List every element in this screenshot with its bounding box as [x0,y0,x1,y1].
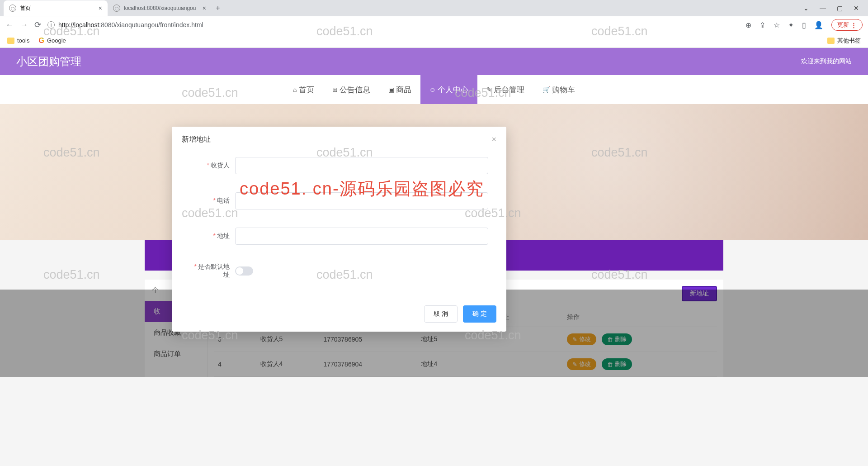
phone-label: *电话 [190,197,235,205]
share-icon[interactable]: ⇪ [760,21,765,29]
url-text: http://localhost:8080/xiaoqutuangou/fron… [58,21,203,29]
chevron-down-icon[interactable]: ⌄ [803,5,809,12]
address-bar: ← → ⟳ i http://localhost:8080/xiaoqutuan… [0,16,868,33]
address-input[interactable] [235,228,488,245]
home-icon: ⌂ [293,86,297,93]
update-button[interactable]: 更新 ⋮ [831,19,863,31]
site-title: 小区团购管理 [16,54,81,69]
default-switch[interactable] [235,266,253,276]
nav-admin[interactable]: ✎后台管理 [477,75,533,104]
default-label: *是否默认地址 [190,263,235,279]
modal-body: *收货人 *电话 *地址 *是否默认地址 [172,152,506,300]
close-icon[interactable]: × [203,5,206,12]
new-tab-button[interactable]: + [212,2,224,14]
extensions-icon[interactable]: ✦ [788,21,794,29]
address-label: *地址 [190,232,235,240]
nav-announce[interactable]: ⊞公告信息 [323,75,379,104]
user-icon: ☺ [429,86,436,93]
panel-icon[interactable]: ▯ [802,21,806,29]
maximize-icon[interactable]: ▢ [837,5,843,12]
bookmarks-bar: tools G Google 其他书签 [0,33,868,48]
cancel-button[interactable]: 取 消 [424,305,458,323]
bookmark-icon[interactable]: ☆ [774,21,780,29]
nav-products[interactable]: ▣商品 [379,75,420,104]
tab-bar: ◌ 首页 × ◌ localhost:8080/xiaoqutuangou × … [0,0,868,16]
main-nav: ⌂首页 ⊞公告信息 ▣商品 ☺个人中心 ✎后台管理 🛒购物车 [0,75,868,104]
bookmark-tools[interactable]: tools [7,37,29,44]
globe-icon: ◌ [113,5,120,12]
info-icon[interactable]: i [47,21,55,29]
modal-header: 新增地址 × [172,127,506,152]
bookmark-other[interactable]: 其他书签 [827,37,861,45]
phone-input[interactable] [235,192,488,209]
profile-icon[interactable]: 👤 [814,21,823,29]
tab-title: localhost:8080/xiaoqutuangou [124,5,196,11]
nav-profile[interactable]: ☺个人中心 [420,75,477,104]
modal-footer: 取 消 确 定 [172,300,506,332]
cart-icon: 🛒 [542,86,550,93]
browser-tab-active[interactable]: ◌ 首页 × [4,0,108,16]
box-icon: ▣ [388,86,394,93]
welcome-text: 欢迎来到我的网站 [801,57,852,66]
folder-icon [827,38,835,44]
back-icon[interactable]: ← [5,20,14,30]
google-icon: G [38,37,44,45]
browser-tab-inactive[interactable]: ◌ localhost:8080/xiaoqutuangou × [108,0,212,16]
add-address-modal: 新增地址 × *收货人 *电话 *地址 *是否默认地址 取 消 确 定 [172,127,506,332]
forward-icon[interactable]: → [20,20,28,30]
confirm-button[interactable]: 确 定 [463,305,496,323]
tab-title: 首页 [20,5,31,12]
recipient-label: *收货人 [190,162,235,170]
reload-icon[interactable]: ⟳ [34,20,41,30]
link-icon: ✎ [486,86,492,93]
address-actions: ⊕ ⇪ ☆ ✦ ▯ 👤 更新 ⋮ [745,19,863,31]
close-icon[interactable]: × [491,135,496,144]
close-window-icon[interactable]: ✕ [854,5,859,12]
nav-cart[interactable]: 🛒购物车 [533,75,584,104]
browser-chrome: ◌ 首页 × ◌ localhost:8080/xiaoqutuangou × … [0,0,868,48]
zoom-icon[interactable]: ⊕ [745,21,751,29]
modal-title: 新增地址 [182,135,211,144]
globe-icon: ◌ [9,5,16,12]
nav-home[interactable]: ⌂首页 [284,75,323,104]
bookmark-google[interactable]: G Google [38,37,66,45]
site-header: 小区团购管理 欢迎来到我的网站 [0,48,868,75]
recipient-input[interactable] [235,157,488,174]
window-controls: ⌄ — ▢ ✕ [803,5,868,12]
grid-icon: ⊞ [332,86,338,93]
close-icon[interactable]: × [99,5,102,12]
url-input[interactable]: i http://localhost:8080/xiaoqutuangou/fr… [47,21,739,29]
folder-icon [7,38,14,44]
minimize-icon[interactable]: — [820,5,826,12]
